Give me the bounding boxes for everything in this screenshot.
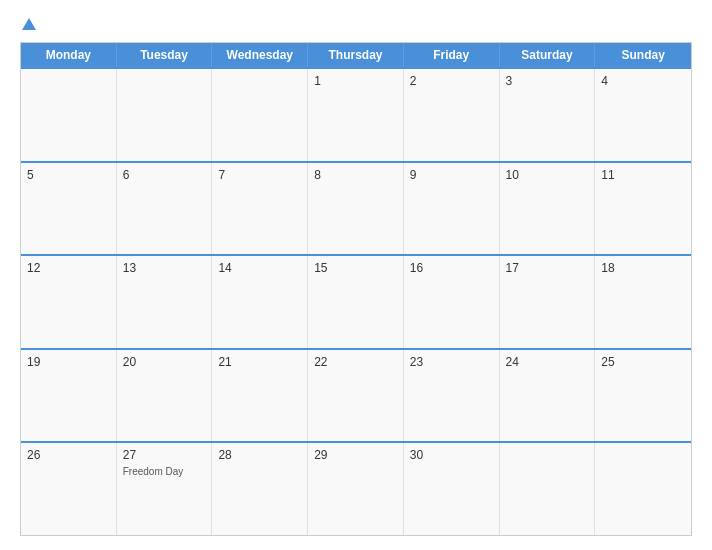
day-number: 13 bbox=[123, 261, 206, 275]
day-header-tuesday: Tuesday bbox=[117, 43, 213, 67]
day-number: 6 bbox=[123, 168, 206, 182]
calendar-cell: 29 bbox=[308, 443, 404, 535]
day-number: 30 bbox=[410, 448, 493, 462]
calendar-cell: 19 bbox=[21, 350, 117, 442]
day-number: 7 bbox=[218, 168, 301, 182]
day-number: 27 bbox=[123, 448, 206, 462]
calendar-cell: 21 bbox=[212, 350, 308, 442]
day-number: 23 bbox=[410, 355, 493, 369]
calendar-cell: 3 bbox=[500, 69, 596, 161]
calendar-cell: 23 bbox=[404, 350, 500, 442]
calendar-cell: 27Freedom Day bbox=[117, 443, 213, 535]
calendar-cell: 24 bbox=[500, 350, 596, 442]
day-header-saturday: Saturday bbox=[500, 43, 596, 67]
calendar-cell bbox=[500, 443, 596, 535]
calendar-cell bbox=[117, 69, 213, 161]
calendar-grid: MondayTuesdayWednesdayThursdayFridaySatu… bbox=[20, 42, 692, 536]
calendar-cell: 30 bbox=[404, 443, 500, 535]
calendar-cell: 28 bbox=[212, 443, 308, 535]
day-number: 20 bbox=[123, 355, 206, 369]
calendar-header-row: MondayTuesdayWednesdayThursdayFridaySatu… bbox=[21, 43, 691, 67]
calendar-cell: 11 bbox=[595, 163, 691, 255]
day-number: 22 bbox=[314, 355, 397, 369]
day-header-sunday: Sunday bbox=[595, 43, 691, 67]
calendar-cell: 14 bbox=[212, 256, 308, 348]
calendar-cell bbox=[595, 443, 691, 535]
calendar-cell: 26 bbox=[21, 443, 117, 535]
day-number: 19 bbox=[27, 355, 110, 369]
logo bbox=[20, 18, 36, 32]
event-label: Freedom Day bbox=[123, 466, 206, 478]
day-header-thursday: Thursday bbox=[308, 43, 404, 67]
calendar-cell: 15 bbox=[308, 256, 404, 348]
calendar-cell: 17 bbox=[500, 256, 596, 348]
day-number: 8 bbox=[314, 168, 397, 182]
day-header-friday: Friday bbox=[404, 43, 500, 67]
calendar-cell: 2 bbox=[404, 69, 500, 161]
day-header-wednesday: Wednesday bbox=[212, 43, 308, 67]
day-number: 5 bbox=[27, 168, 110, 182]
calendar-cell: 9 bbox=[404, 163, 500, 255]
day-number: 18 bbox=[601, 261, 685, 275]
day-number: 16 bbox=[410, 261, 493, 275]
day-number: 26 bbox=[27, 448, 110, 462]
day-number: 17 bbox=[506, 261, 589, 275]
calendar-week-3: 12131415161718 bbox=[21, 254, 691, 348]
calendar-cell: 16 bbox=[404, 256, 500, 348]
calendar-cell: 8 bbox=[308, 163, 404, 255]
calendar-cell: 20 bbox=[117, 350, 213, 442]
calendar-week-5: 2627Freedom Day282930 bbox=[21, 441, 691, 535]
logo-triangle-icon bbox=[22, 18, 36, 30]
day-number: 9 bbox=[410, 168, 493, 182]
calendar-cell: 18 bbox=[595, 256, 691, 348]
header bbox=[20, 18, 692, 32]
calendar-week-4: 19202122232425 bbox=[21, 348, 691, 442]
day-number: 3 bbox=[506, 74, 589, 88]
day-number: 1 bbox=[314, 74, 397, 88]
day-number: 2 bbox=[410, 74, 493, 88]
calendar-cell bbox=[212, 69, 308, 161]
day-number: 21 bbox=[218, 355, 301, 369]
day-number: 14 bbox=[218, 261, 301, 275]
calendar-cell: 25 bbox=[595, 350, 691, 442]
day-number: 28 bbox=[218, 448, 301, 462]
day-number: 10 bbox=[506, 168, 589, 182]
calendar-cell: 13 bbox=[117, 256, 213, 348]
day-number: 24 bbox=[506, 355, 589, 369]
calendar-week-1: 1234 bbox=[21, 67, 691, 161]
day-number: 29 bbox=[314, 448, 397, 462]
day-number: 25 bbox=[601, 355, 685, 369]
calendar-cell: 12 bbox=[21, 256, 117, 348]
calendar-cell: 5 bbox=[21, 163, 117, 255]
day-number: 4 bbox=[601, 74, 685, 88]
day-number: 11 bbox=[601, 168, 685, 182]
day-header-monday: Monday bbox=[21, 43, 117, 67]
calendar-cell: 1 bbox=[308, 69, 404, 161]
calendar-cell: 4 bbox=[595, 69, 691, 161]
calendar-cell bbox=[21, 69, 117, 161]
calendar-page: MondayTuesdayWednesdayThursdayFridaySatu… bbox=[0, 0, 712, 550]
calendar-cell: 7 bbox=[212, 163, 308, 255]
day-number: 12 bbox=[27, 261, 110, 275]
day-number: 15 bbox=[314, 261, 397, 275]
calendar-cell: 10 bbox=[500, 163, 596, 255]
calendar-cell: 6 bbox=[117, 163, 213, 255]
calendar-cell: 22 bbox=[308, 350, 404, 442]
calendar-week-2: 567891011 bbox=[21, 161, 691, 255]
calendar-body: 1234567891011121314151617181920212223242… bbox=[21, 67, 691, 535]
logo-wrapper bbox=[20, 18, 36, 32]
